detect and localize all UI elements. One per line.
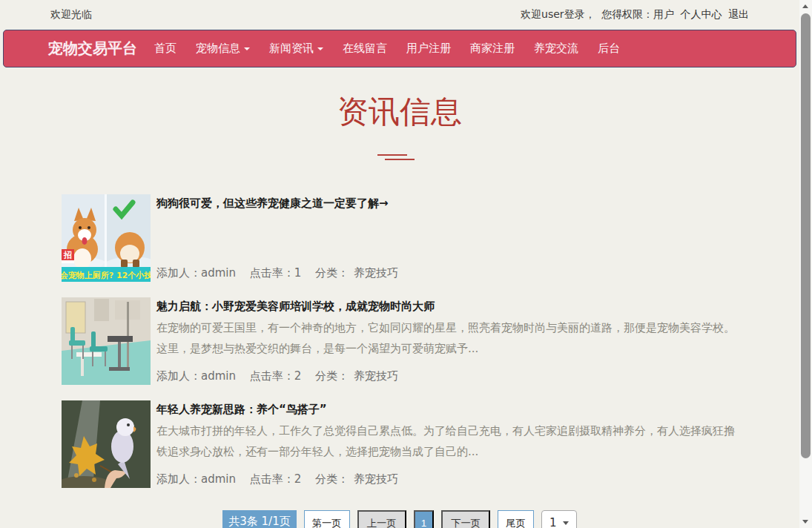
meta-added: 添加人：admin [156,472,236,486]
meta-category-label: 分类： [315,369,349,383]
next-page-button[interactable]: 下一页 [441,510,490,528]
nav-item-pet-forum[interactable]: 养宠交流 [524,42,588,56]
navbar: 宠物交易平台 首页 宠物信息 新闻资讯 在线留言 用户注册 商家注册 养宠交流 … [3,30,796,67]
news-summary: 在宠物的可爱王国里，有一个神奇的地方，它如同闪耀的星星，照亮着宠物时尚与美丽的道… [156,317,738,359]
meta-added-label: 添加人： [156,266,201,280]
meta-category-label: 分类： [315,472,349,486]
scrollbar-down-arrow[interactable] [802,520,808,524]
meta-clicks-label: 点击率： [250,266,294,280]
news-item-body: 魅力启航：小野宠爱美容师培训学校，成就宠物时尚大师 在宠物的可爱王国里，有一个神… [156,297,738,385]
news-title[interactable]: 年轻人养宠新思路：养个“鸟搭子” [156,402,738,417]
page-select-value: 1 [549,516,557,528]
news-list: 招 会宠物上厕所? 12个小技 狗狗很可爱，但这些养宠健康之道一定要了解→ 添加… [62,194,738,488]
divider-line [377,154,407,156]
welcome-left-text: 欢迎光临 [50,8,92,22]
news-title[interactable]: 狗狗很可爱，但这些养宠健康之道一定要了解→ [156,196,738,211]
scrollbar-thumb[interactable] [801,13,811,458]
nav-item-admin[interactable]: 后台 [588,42,630,56]
nav-item-user-register[interactable]: 用户注册 [397,42,461,56]
nav-item-pet-info[interactable]: 宠物信息 [186,42,260,56]
news-thumbnail-parrot[interactable] [62,400,151,488]
news-title[interactable]: 魅力启航：小野宠爱美容师培训学校，成就宠物时尚大师 [156,299,738,314]
permission-text: 您得权限：用户 [601,8,674,20]
meta-clicks-label: 点击率： [250,369,294,383]
meta-category-value: 养宠技巧 [354,369,398,383]
nav-item-label: 在线留言 [343,42,387,55]
meta-added: 添加人：admin [156,369,236,383]
corgi-snow-image: 招 会宠物上厕所? 12个小技 [62,194,151,282]
meta-clicks-value: 2 [294,369,302,383]
chevron-down-icon [563,521,569,525]
page-root: 欢迎光临 欢迎user登录， 您得权限：用户 个人中心 退出 宠物交易平台 首页… [0,0,799,528]
nav-item-label: 用户注册 [406,42,451,55]
chevron-down-icon [244,47,250,50]
meta-added: 添加人：admin [156,266,236,280]
meta-added-value: admin [201,266,236,280]
meta-category: 分类：养宠技巧 [315,472,398,486]
news-meta: 添加人：admin 点击率：2 分类：养宠技巧 [156,472,738,488]
welcome-user-text: 欢迎user登录， [521,8,595,20]
news-item-body: 年轻人养宠新思路：养个“鸟搭子” 在大城市打拼的年轻人，工作久了总觉得自己累点低… [156,400,738,488]
meta-clicks: 点击率：1 [250,266,302,280]
divider-line [385,159,415,160]
meta-clicks: 点击率：2 [250,472,302,486]
meta-category: 分类：养宠技巧 [315,266,398,280]
profile-link[interactable]: 个人中心 [681,8,722,20]
nav-item-news[interactable]: 新闻资讯 [260,42,333,56]
first-page-button[interactable]: 第一页 [304,510,350,528]
page-title: 资讯信息 [0,94,799,130]
nav-item-label: 宠物信息 [196,42,240,55]
news-thumbnail-corgi[interactable]: 招 会宠物上厕所? 12个小技 [62,194,151,282]
pagination-summary: 共3条 1/1页 [222,510,296,528]
meta-category: 分类：养宠技巧 [315,369,398,383]
meta-category-value: 养宠技巧 [354,472,398,486]
nav-item-label: 新闻资讯 [269,42,314,55]
parrot-image [62,400,151,488]
news-meta: 添加人：admin 点击率：2 分类：养宠技巧 [156,369,738,385]
news-item: 年轻人养宠新思路：养个“鸟搭子” 在大城市打拼的年轻人，工作久了总觉得自己累点低… [62,400,738,488]
news-thumbnail-grooming-school[interactable] [62,297,151,385]
image-caption-text: 会宠物上厕所? 12个小技 [62,271,151,280]
news-item-body: 狗狗很可爱，但这些养宠健康之道一定要了解→ 添加人：admin 点击率：1 分类… [156,194,738,282]
current-page-button[interactable]: 1 [414,510,434,528]
nav-item-label: 商家注册 [470,42,515,55]
news-meta: 添加人：admin 点击率：1 分类：养宠技巧 [156,265,738,282]
nav-item-merchant-register[interactable]: 商家注册 [461,42,524,56]
meta-added-value: admin [201,472,236,486]
pagination: 共3条 1/1页 第一页 上一页 1 下一页 尾页 1 [0,510,799,528]
news-item: 招 会宠物上厕所? 12个小技 狗狗很可爱，但这些养宠健康之道一定要了解→ 添加… [62,194,738,282]
grooming-school-image [62,297,151,385]
meta-clicks-value: 1 [294,266,302,280]
nav-item-home[interactable]: 首页 [145,42,186,56]
chevron-down-icon [317,47,323,50]
meta-clicks: 点击率：2 [250,369,302,383]
nav-item-label: 首页 [154,42,176,55]
last-page-button[interactable]: 尾页 [498,510,534,528]
news-summary: 在大城市打拼的年轻人，工作久了总觉得自己累点低。为了给自己充电，有人宅家追剧摄取… [156,420,738,462]
news-item: 魅力启航：小野宠爱美容师培训学校，成就宠物时尚大师 在宠物的可爱王国里，有一个神… [62,297,738,385]
nav-item-label: 后台 [598,42,620,55]
meta-category-label: 分类： [315,266,349,280]
topbar: 欢迎光临 欢迎user登录， 您得权限：用户 个人中心 退出 [0,0,799,30]
meta-clicks-label: 点击率： [250,472,294,486]
logout-link[interactable]: 退出 [728,8,749,20]
brand-link[interactable]: 宠物交易平台 [48,39,137,59]
meta-added-value: admin [201,369,236,383]
nav-item-label: 养宠交流 [534,42,578,55]
title-divider [377,154,422,162]
meta-added-label: 添加人： [156,472,201,486]
meta-clicks-value: 2 [294,472,302,486]
prev-page-button[interactable]: 上一页 [357,510,406,528]
nav-list: 首页 宠物信息 新闻资讯 在线留言 用户注册 商家注册 养宠交流 后台 [145,42,630,56]
nav-item-message-board[interactable]: 在线留言 [333,42,397,56]
meta-category-value: 养宠技巧 [354,266,398,280]
topbar-right: 欢迎user登录， 您得权限：用户 个人中心 退出 [518,8,749,22]
meta-added-label: 添加人： [156,369,201,383]
page-select[interactable]: 1 [541,510,577,528]
scrollbar[interactable] [799,0,812,528]
scrollbar-up-arrow[interactable] [802,4,808,8]
image-badge-text: 招 [63,251,72,260]
